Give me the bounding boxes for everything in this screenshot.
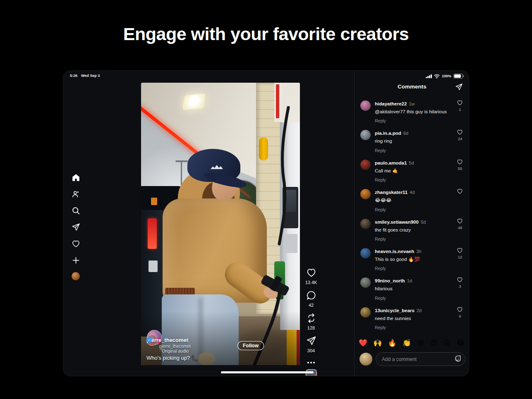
comment-like-icon[interactable] xyxy=(457,306,463,313)
create-plus-icon[interactable] xyxy=(71,256,80,265)
commenter-username[interactable]: 13unicycle_bears xyxy=(375,308,415,313)
comment-text: This is so good 🔥💯 xyxy=(375,256,450,262)
comment-item: 99nino_north1d hilarious Reply 3 xyxy=(359,276,467,305)
commenter-username[interactable]: 99nino_north xyxy=(375,278,405,283)
status-bar-left: 5:26 Wed Sep 3 xyxy=(70,74,100,78)
comment-like-count: 24 xyxy=(456,136,464,141)
comments-panel: Comments hidayathere221w @akitalover77 t… xyxy=(354,71,469,376)
profile-avatar[interactable] xyxy=(72,272,80,280)
emoji-quick-reaction[interactable]: ❤️ xyxy=(359,339,367,346)
emoji-quick-reaction[interactable]: 😮 xyxy=(443,339,451,346)
comment-time: 5d xyxy=(409,160,414,165)
emoji-quick-reaction[interactable]: 😍 xyxy=(430,339,438,346)
reply-button[interactable]: Reply xyxy=(375,237,450,241)
sticker-icon[interactable] xyxy=(453,355,462,363)
comment-like-count: 55 xyxy=(456,166,464,171)
van-taillight xyxy=(148,218,157,249)
comment-time: 1w xyxy=(409,101,415,106)
emoji-quick-reaction[interactable]: 😢 xyxy=(417,339,424,346)
comment-time: 5d xyxy=(421,220,426,225)
commenter-avatar[interactable] xyxy=(360,189,371,199)
creator-username[interactable]: pierre_thecomet xyxy=(146,337,188,343)
marketing-slide: Engage with your favorite creators 5:26 … xyxy=(0,0,532,399)
share-button[interactable]: 304 xyxy=(306,336,316,353)
canopy-light xyxy=(182,93,206,110)
reply-button[interactable]: Reply xyxy=(375,325,450,330)
comment-item: pia.in.a.pod6d ring ring Reply 24 xyxy=(359,128,467,158)
reply-button[interactable]: Reply xyxy=(375,296,450,301)
reply-button[interactable]: Reply xyxy=(375,148,450,153)
sidebar-nav xyxy=(71,173,81,280)
comment-like-icon[interactable] xyxy=(457,277,463,283)
comment-input[interactable] xyxy=(376,352,465,366)
comment-item: hidayathere221w @akitalover77 this guy i… xyxy=(359,99,467,128)
van-plate xyxy=(149,260,158,272)
emoji-quick-reaction[interactable]: 🔥 xyxy=(388,339,396,346)
emoji-quick-reaction[interactable]: 🙌 xyxy=(373,339,382,346)
commenter-avatar[interactable] xyxy=(360,160,371,170)
comment-text: 😂😂😂 xyxy=(375,197,450,203)
comment-item: zhangskater114d 😂😂😂 Reply xyxy=(359,187,467,217)
repost-button[interactable]: 128 xyxy=(306,313,316,330)
like-count: 13.4K xyxy=(305,280,317,285)
comment-like-icon[interactable] xyxy=(457,188,463,194)
commenter-username[interactable]: hidayathere22 xyxy=(375,101,407,106)
comment-icon xyxy=(306,290,316,301)
status-time: 5:26 xyxy=(70,74,77,78)
reply-button[interactable]: Reply xyxy=(375,266,450,271)
comment-like-icon[interactable] xyxy=(457,247,463,253)
comment-time: 4d xyxy=(410,190,415,195)
status-date: Wed Sep 3 xyxy=(81,74,100,78)
comment-like-count: 48 xyxy=(456,225,464,230)
panel-share-icon[interactable] xyxy=(455,83,463,91)
comment-composer xyxy=(359,352,465,366)
van-marker-light xyxy=(151,198,157,205)
commenter-avatar[interactable] xyxy=(360,100,371,111)
commenter-username[interactable]: heaven.is.nevaeh xyxy=(375,249,414,254)
reply-button[interactable]: Reply xyxy=(375,118,450,123)
friends-icon[interactable] xyxy=(71,189,80,198)
emoji-quick-reaction[interactable]: 😂 xyxy=(456,339,465,346)
comment-like-icon[interactable] xyxy=(457,129,463,135)
commenter-avatar[interactable] xyxy=(360,130,371,140)
comment-count: 42 xyxy=(309,303,314,308)
comment-time: 6d xyxy=(403,131,408,136)
comment-text: hilarious xyxy=(375,286,450,291)
page-title: Engage with your favorite creators xyxy=(0,24,532,44)
reply-button[interactable]: Reply xyxy=(375,207,450,212)
search-icon[interactable] xyxy=(71,206,80,215)
audio-title[interactable]: pierre_thecomet · Original audio xyxy=(159,344,191,354)
commenter-avatar[interactable] xyxy=(360,307,371,318)
commenter-username[interactable]: pia.in.a.pod xyxy=(375,131,401,136)
reel-video[interactable]: 💗 pierre_thecomet ✓ Follow ♬ pierre_thec… xyxy=(141,83,300,365)
share-plane-icon[interactable] xyxy=(71,222,80,232)
comment-time: 2d xyxy=(417,308,422,313)
comment-item: 13unicycle_bears2d need the sunnies Repl… xyxy=(359,306,467,335)
comment-like-icon[interactable] xyxy=(457,218,463,224)
comment-text: Call me 🤙 xyxy=(375,168,450,174)
like-button[interactable]: 13.4K xyxy=(305,268,317,285)
commenter-username[interactable]: paulo.amoda1 xyxy=(375,160,407,165)
emoji-quick-reaction[interactable]: 👏 xyxy=(403,339,411,346)
pump-screen-glass xyxy=(285,190,296,212)
comment-button[interactable]: 42 xyxy=(306,290,316,308)
street-lamp-pole xyxy=(181,161,182,185)
more-options-icon[interactable] xyxy=(307,362,315,363)
comment-like-count: 1 xyxy=(456,107,464,112)
home-indicator[interactable] xyxy=(221,371,314,373)
comment-like-icon[interactable] xyxy=(457,159,463,165)
comment-item: paulo.amoda15d Call me 🤙 Reply 55 xyxy=(359,158,467,187)
home-icon[interactable] xyxy=(71,173,80,182)
repost-icon xyxy=(306,313,316,323)
commenter-avatar[interactable] xyxy=(360,248,371,258)
commenter-username[interactable]: smiley.setiawan900 xyxy=(375,220,419,225)
commenter-avatar[interactable] xyxy=(360,277,371,288)
reel-caption[interactable]: Who's picking up? 📞 xyxy=(146,355,198,361)
comment-like-icon[interactable] xyxy=(457,100,463,106)
follow-button[interactable]: Follow xyxy=(237,341,264,350)
commenter-avatar[interactable] xyxy=(360,219,371,229)
commenter-username[interactable]: zhangskater11 xyxy=(375,190,407,195)
comment-text: the fit goes crazy xyxy=(375,227,450,233)
reply-button[interactable]: Reply xyxy=(375,177,450,182)
activity-heart-icon[interactable] xyxy=(71,239,80,248)
